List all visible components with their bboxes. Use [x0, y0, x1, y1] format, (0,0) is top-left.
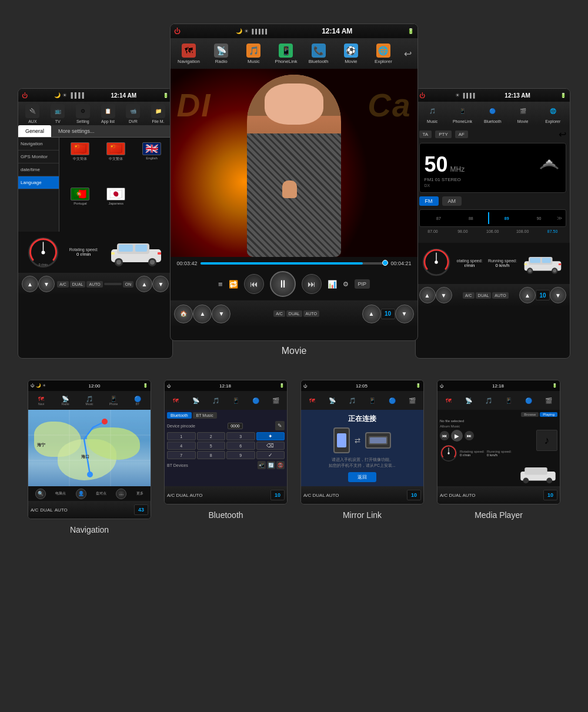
num-1[interactable]: 1 — [167, 432, 196, 440]
fm-btn[interactable]: FM — [419, 196, 439, 206]
bottom-screens-row: ⏻🌙☀ 12:00 🔋 🗺Navi 📡Radio 🎵Music 📱Phone 🔵… — [0, 356, 588, 540]
connect-btn[interactable]: 返回 — [348, 472, 376, 482]
nav-down-btn[interactable]: ▼ — [38, 276, 55, 292]
general-tab[interactable]: General — [18, 125, 51, 137]
pty-btn[interactable]: PTY — [435, 131, 452, 138]
flag-en[interactable]: 🇬🇧 English — [136, 142, 168, 184]
media-next-btn[interactable]: ⏭ — [465, 431, 474, 440]
pause-btn[interactable]: ⏸ — [270, 271, 296, 297]
nav-tab-music[interactable]: 🎵 Music — [238, 42, 269, 66]
setting-tab[interactable]: ⚙Setting — [71, 102, 95, 125]
media-play-btn[interactable]: ▶ — [451, 430, 463, 442]
bt-device-icon2[interactable]: 🔄 — [267, 461, 275, 469]
right-nav-up-btn[interactable]: ▲ — [419, 287, 436, 303]
num-5[interactable]: 5 — [197, 442, 226, 450]
playlist-icon[interactable]: ≡ — [218, 280, 223, 289]
media-ac-label: A/C DUAL AUTO — [440, 493, 475, 498]
progress-track[interactable] — [201, 262, 387, 265]
num-4[interactable]: 4 — [167, 442, 196, 450]
applist-tab[interactable]: 📋App list — [96, 102, 120, 125]
nav-up-btn[interactable]: ▲ — [22, 276, 38, 292]
prev-btn[interactable]: ⏮ — [244, 274, 264, 294]
flag-jp[interactable]: 🇯🇵 Japaness — [100, 188, 132, 228]
num-7[interactable]: 7 — [167, 451, 196, 459]
media-prev-btn[interactable]: ⏮ — [440, 431, 449, 440]
dual-btn[interactable]: DUAL — [70, 281, 86, 288]
right-explorer-tab[interactable]: 🌐Explorer — [539, 102, 567, 125]
num-2[interactable]: 2 — [197, 432, 226, 440]
ac-btn[interactable]: A/C — [57, 281, 69, 288]
more-settings-tab[interactable]: More settings... — [51, 125, 102, 137]
nav-bottom-btn1[interactable]: 🔍 — [35, 489, 46, 499]
equalizer-icon[interactable]: 📊 — [328, 280, 337, 289]
right-vol-up-btn[interactable]: ▲ — [519, 287, 536, 303]
datetime-item[interactable]: date/time — [18, 163, 59, 176]
nav-label3: 更多 — [136, 491, 143, 496]
next-btn[interactable]: ⏭ — [302, 274, 322, 294]
back-btn[interactable]: ↩ — [559, 129, 566, 140]
center-dual-btn[interactable]: DUAL — [286, 310, 302, 317]
right-nav-dn-btn[interactable]: ▼ — [436, 287, 452, 303]
nav-tab-explorer[interactable]: 🌐 Explorer — [368, 42, 399, 66]
nav-tab-navigation[interactable]: 🗺 Navigation — [173, 42, 204, 66]
dvr-tab[interactable]: 📹DVR — [121, 102, 145, 125]
language-item[interactable]: Language — [18, 176, 59, 189]
scroll-icon[interactable]: ≫ — [557, 215, 562, 221]
center-vol-up-btn[interactable]: ▲ — [362, 305, 381, 323]
right-vol-dn-btn[interactable]: ▼ — [550, 287, 566, 303]
tv-tab[interactable]: 📺TV — [46, 102, 70, 125]
center-auto-btn[interactable]: AUTO — [303, 310, 319, 317]
back-arrow[interactable]: ↩ — [400, 48, 415, 59]
af-btn[interactable]: AF — [455, 131, 468, 138]
vol-up-btn[interactable]: ▲ — [136, 276, 152, 292]
center-home-btn[interactable]: 🏠 — [174, 305, 193, 323]
edit-icon[interactable]: ✎ — [275, 421, 285, 430]
num-6[interactable]: 6 — [226, 442, 255, 450]
nav-bottom-btn2[interactable]: 👤 — [76, 489, 86, 499]
right-phonelink-tab[interactable]: 📱PhoneLink — [448, 102, 477, 125]
bt-device-icon1[interactable]: 📲 — [258, 461, 266, 469]
vol-dn-btn[interactable]: ▼ — [152, 276, 169, 292]
bt-icon-btn[interactable]: ✦ — [256, 432, 285, 440]
gps-item[interactable]: GPS Monitor — [18, 151, 59, 163]
right-music-tab[interactable]: 🎵Music — [418, 102, 447, 125]
flag-zh-hant[interactable]: 🇨🇳 中文繁体 — [100, 142, 132, 184]
nav-tab-phonelink[interactable]: 📱 PhoneLink — [270, 42, 302, 66]
center-nav-up-btn[interactable]: ▲ — [193, 305, 212, 323]
playing-tab[interactable]: Playing — [540, 412, 557, 417]
flag-zh-hans[interactable]: 🇨🇳 中文简体 — [64, 142, 96, 184]
bt-music-tab[interactable]: BT Music — [193, 412, 217, 419]
center-vol-dn-btn[interactable]: ▼ — [395, 305, 414, 323]
nav-tab-bluetooth[interactable]: 📞 Bluetooth — [303, 42, 334, 66]
num-ok[interactable]: ✓ — [256, 451, 285, 459]
settings-sm-icon[interactable]: ⚙ — [343, 280, 349, 288]
pip-btn[interactable]: PIP — [355, 279, 370, 289]
center-nav-dn-btn[interactable]: ▼ — [212, 305, 230, 323]
auto-btn[interactable]: AUTO — [86, 281, 102, 288]
am-btn[interactable]: AM — [442, 196, 462, 206]
num-3[interactable]: 3 — [226, 432, 255, 440]
aux-tab[interactable]: 🔌AUX — [21, 102, 45, 125]
nav-tab-movie[interactable]: ⚽ Movie — [335, 42, 366, 66]
nav-bottom-btn3[interactable]: … — [116, 489, 126, 499]
bt-tab[interactable]: Bluetooth — [167, 412, 192, 419]
ta-btn[interactable]: TA — [419, 131, 432, 138]
repeat-icon[interactable]: 🔁 — [229, 280, 238, 289]
nav-item[interactable]: Navigation — [18, 138, 59, 151]
right-movie-tab[interactable]: 🎬Movie — [508, 102, 537, 125]
right-ac-btn[interactable]: A/C — [463, 292, 475, 299]
nav-tab-radio[interactable]: 📡 Radio — [206, 42, 237, 66]
filem-tab[interactable]: 📁File M. — [146, 102, 171, 125]
right-dual-btn[interactable]: DUAL — [476, 292, 492, 299]
right-bt-tab[interactable]: 🔵Bluetooth — [478, 102, 507, 125]
num-8[interactable]: 8 — [197, 451, 226, 459]
bt-device-icon3[interactable]: 📵 — [276, 461, 285, 469]
num-del[interactable]: ⌫ — [256, 442, 285, 450]
flag-pt[interactable]: 🇵🇹 Portugal — [64, 188, 96, 228]
num-9[interactable]: 9 — [226, 451, 255, 459]
center-ac-btn[interactable]: A/C — [273, 310, 285, 317]
right-auto-btn[interactable]: AUTO — [492, 292, 508, 299]
car-icon-left — [108, 238, 164, 267]
on-btn[interactable]: ON — [123, 281, 134, 288]
browse-tab[interactable]: Browse — [521, 412, 539, 417]
